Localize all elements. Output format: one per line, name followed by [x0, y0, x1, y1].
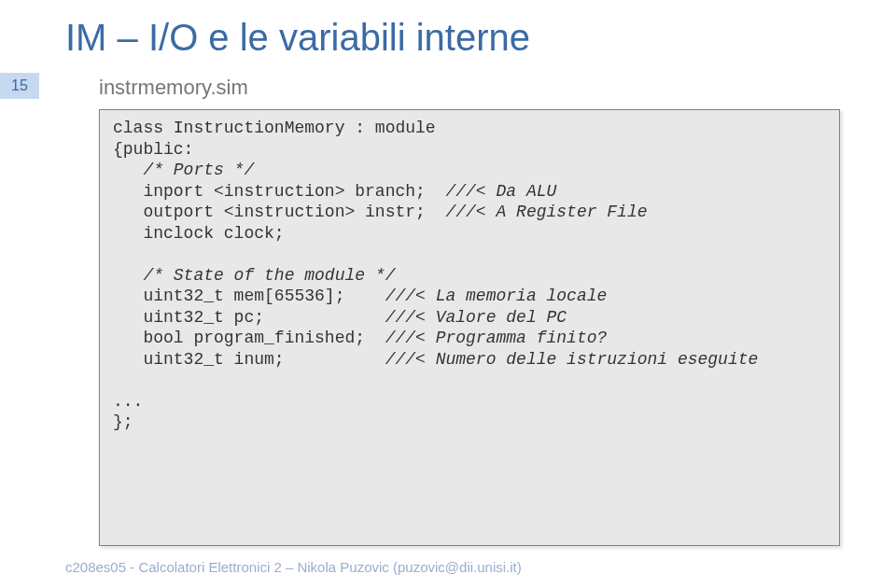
code-comment: ///< Programma finito?	[385, 329, 608, 347]
code-comment: ///< Da ALU	[445, 182, 556, 201]
code-comment: ///< A Register File	[445, 203, 647, 221]
code-line: {public:	[113, 140, 193, 159]
code-comment: ///< Valore del PC	[385, 308, 567, 327]
code-line: uint32_t mem[65536];	[113, 287, 385, 305]
page-title: IM – I/O e le variabili interne	[65, 17, 840, 59]
code-line: bool program_finished;	[113, 329, 385, 347]
subtitle: instrmemory.sim	[99, 76, 840, 100]
code-line: uint32_t pc;	[113, 308, 385, 327]
code-line: inport <instruction> branch;	[113, 182, 445, 201]
code-comment: ///< La memoria locale	[385, 287, 608, 305]
code-block: class InstructionMemory : module {public…	[99, 109, 840, 546]
code-comment: /* Ports */	[113, 161, 254, 179]
code-line: uint32_t inum;	[113, 350, 385, 369]
page-number-badge: 15	[0, 73, 39, 99]
code-comment: /* State of the module */	[113, 266, 395, 285]
code-line: ...	[113, 392, 143, 411]
footer-text: c208es05 - Calcolatori Elettronici 2 – N…	[65, 559, 522, 575]
code-line: outport <instruction> instr;	[113, 203, 445, 221]
slide: IM – I/O e le variabili interne 15 instr…	[0, 0, 896, 588]
code-line: };	[113, 413, 133, 431]
code-line: inclock clock;	[113, 224, 285, 243]
code-line: class InstructionMemory : module	[113, 119, 436, 137]
code-comment: ///< Numero delle istruzioni eseguite	[385, 350, 759, 369]
